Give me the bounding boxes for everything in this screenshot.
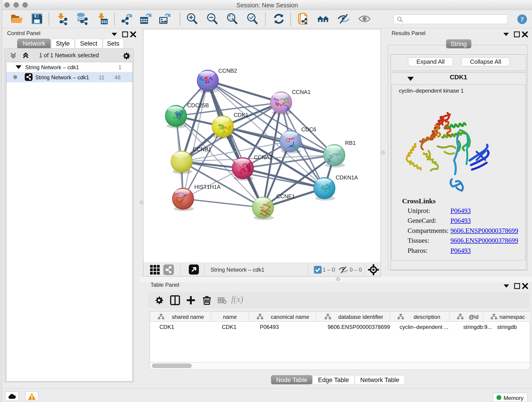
svg-text:CCNB1: CCNB1 bbox=[193, 146, 211, 153]
svg-text:CCNA1: CCNA1 bbox=[292, 89, 310, 95]
svg-text:CDC25B: CDC25B bbox=[187, 102, 209, 108]
svg-text:CDKN1A: CDKN1A bbox=[336, 174, 358, 181]
svg-text:CDK1: CDK1 bbox=[234, 112, 248, 118]
svg-text:?: ? bbox=[520, 15, 524, 23]
svg-text:CDC6: CDC6 bbox=[301, 126, 316, 133]
svg-text:CCNA2: CCNA2 bbox=[254, 154, 272, 160]
svg-text:CCNB2: CCNB2 bbox=[218, 68, 237, 74]
svg-text:RB1: RB1 bbox=[345, 140, 356, 146]
svg-text:CCNE1: CCNE1 bbox=[276, 193, 295, 199]
svg-text:HIST1H1A: HIST1H1A bbox=[194, 184, 221, 190]
